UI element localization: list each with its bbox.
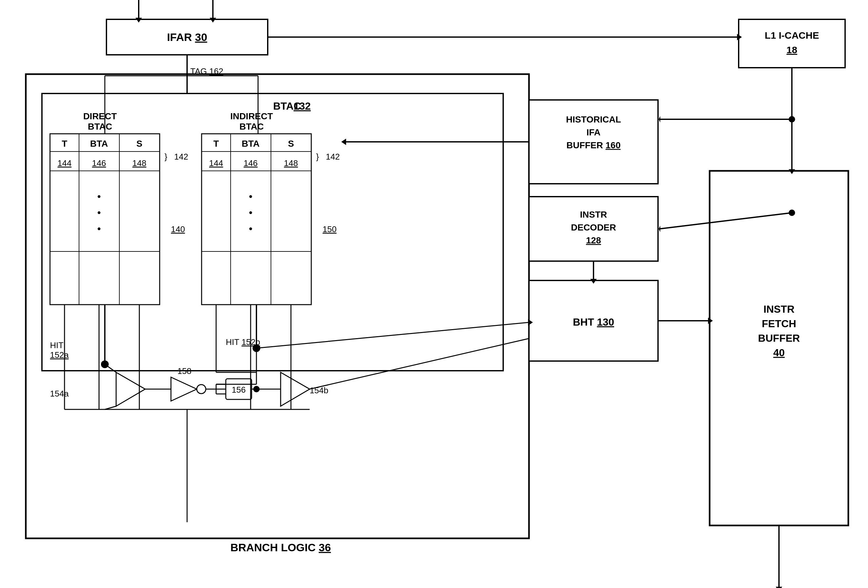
svg-text:144: 144 [209, 158, 223, 168]
svg-text:•: • [249, 190, 252, 202]
svg-text:INSTR: INSTR [580, 209, 607, 220]
svg-text:•: • [249, 223, 252, 234]
svg-text:BTA: BTA [90, 139, 108, 149]
svg-text:INDIRECT: INDIRECT [230, 111, 273, 121]
svg-text:BUFFER 160: BUFFER 160 [567, 140, 621, 150]
svg-text:BTAC: BTAC [88, 122, 112, 131]
svg-marker-83 [659, 225, 660, 232]
svg-text:154a: 154a [50, 389, 69, 398]
svg-text:T: T [213, 139, 219, 149]
svg-text:DIRECT: DIRECT [83, 111, 117, 121]
svg-text:S: S [136, 139, 143, 149]
svg-text:IFA: IFA [586, 127, 601, 137]
svg-point-105 [197, 385, 206, 393]
svg-text:•: • [97, 223, 100, 234]
svg-rect-46 [739, 19, 845, 68]
svg-text:}: } [164, 152, 167, 162]
svg-text:128: 128 [586, 235, 601, 245]
svg-text:BRANCH LOGIC 36: BRANCH LOGIC 36 [230, 541, 331, 554]
svg-text:142: 142 [174, 152, 188, 162]
svg-marker-131 [776, 587, 782, 588]
svg-text:T: T [62, 139, 67, 149]
svg-text:INSTR: INSTR [763, 304, 794, 315]
svg-text:142: 142 [326, 152, 340, 162]
svg-text:BTA: BTA [242, 139, 259, 149]
svg-text:40: 40 [773, 347, 785, 358]
svg-text:HIT 152b: HIT 152b [226, 337, 260, 347]
svg-text:146: 146 [244, 158, 257, 168]
svg-text:BUFFER: BUFFER [758, 332, 800, 344]
diagram-container: BTAC 132 DIRECT BTAC INDIRECT BTAC T BTA… [0, 0, 868, 588]
svg-text:144: 144 [58, 158, 71, 168]
svg-text:DECODER: DECODER [571, 223, 616, 233]
svg-marker-80 [659, 116, 660, 122]
svg-text:BTAC: BTAC [239, 122, 264, 131]
svg-text:S: S [288, 139, 294, 149]
circuit-diagram-svg: BTAC 132 DIRECT BTAC INDIRECT BTAC T BTA… [0, 0, 868, 588]
svg-text:TAG 162: TAG 162 [190, 66, 223, 76]
svg-text:158: 158 [177, 366, 191, 376]
svg-text:BHT 130: BHT 130 [573, 316, 614, 328]
svg-text:150: 150 [323, 224, 337, 234]
svg-text:}: } [316, 152, 319, 162]
svg-point-117 [253, 386, 260, 392]
svg-text:•: • [97, 206, 100, 218]
svg-text:18: 18 [787, 44, 797, 55]
svg-text:HIT: HIT [50, 340, 63, 350]
svg-text:IFAR 30: IFAR 30 [167, 31, 207, 43]
svg-text:148: 148 [132, 158, 146, 168]
svg-text:•: • [249, 206, 252, 218]
svg-text:148: 148 [284, 158, 298, 168]
svg-text:156: 156 [232, 385, 245, 395]
svg-text:146: 146 [92, 158, 106, 168]
svg-text:HISTORICAL: HISTORICAL [566, 115, 621, 124]
svg-text:152a: 152a [50, 350, 69, 360]
svg-text:132: 132 [294, 100, 311, 112]
svg-text:FETCH: FETCH [762, 318, 796, 329]
svg-text:•: • [97, 190, 100, 202]
svg-text:140: 140 [171, 224, 185, 234]
svg-text:L1 I-CACHE: L1 I-CACHE [765, 30, 819, 41]
